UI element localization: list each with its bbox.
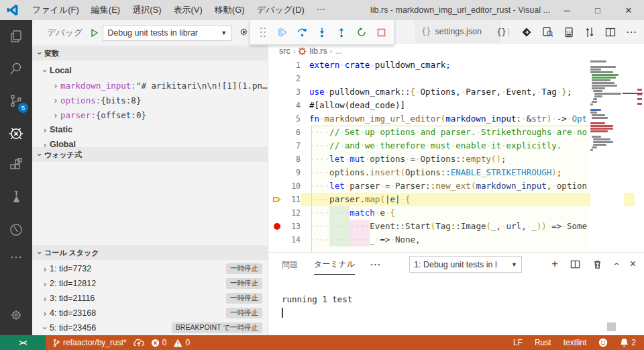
thread-row[interactable]: ›2: tid=12812一時停止 (32, 276, 268, 291)
menu-item[interactable]: 選択(S) (126, 4, 167, 16)
gutter-glyph-margin[interactable] (268, 152, 286, 166)
gutter-glyph-margin[interactable] (268, 58, 286, 72)
gutter-glyph-margin[interactable] (268, 112, 286, 126)
explorer-icon[interactable] (0, 20, 32, 52)
step-over-icon[interactable] (294, 24, 311, 40)
code-line-2[interactable]: 2 (268, 72, 644, 85)
eol-indicator[interactable]: LF (513, 338, 523, 347)
search-icon[interactable] (0, 52, 32, 85)
menu-item[interactable]: ファイル(F) (26, 4, 85, 16)
debug-console-icon[interactable] (521, 27, 532, 38)
search-preview-icon[interactable] (542, 26, 553, 38)
code-line-9[interactable]: 9····options.insert(Options::ENABLE_STRI… (268, 166, 644, 179)
branch-status[interactable]: refaactor/by_rust* (52, 338, 127, 347)
start-debugging-button[interactable] (88, 26, 101, 40)
panel-tabs-overflow[interactable]: ⋯ (370, 258, 382, 271)
feedback-smiley-icon[interactable] (598, 338, 608, 347)
testing-icon[interactable] (0, 181, 32, 214)
split-editor-icon[interactable] (605, 27, 616, 38)
variable-markdown_input[interactable]: ›markdown_input: "# arikitari\n\n![1](1.… (32, 78, 268, 93)
code-line-1[interactable]: 1extern·crate·pulldown_cmark; (268, 58, 644, 72)
code-line-13[interactable]: 13············Event::Start(Tag::Image(_,… (268, 220, 644, 233)
source-control-icon[interactable]: 5 (0, 85, 32, 117)
extensions-icon[interactable] (0, 149, 32, 181)
maximize-button[interactable]: □ (582, 0, 613, 20)
terminal-instance-dropdown[interactable]: 1: Debug unit tests in l ▼ (409, 256, 522, 273)
code-line-3[interactable]: 3use·pulldown_cmark::{·Options,·Parser,·… (268, 85, 644, 99)
new-terminal-icon[interactable]: + (551, 257, 558, 271)
breakpoint-icon[interactable] (274, 223, 280, 230)
stop-icon[interactable] (373, 24, 389, 40)
gutter-glyph-margin[interactable] (268, 99, 286, 112)
tab-problems[interactable]: 問題 (282, 254, 298, 275)
variable-options[interactable]: ›options: {bits:8} (32, 93, 268, 107)
thread-row[interactable]: ›3: tid=21116一時停止 (32, 291, 268, 306)
language-mode[interactable]: Rust (535, 338, 551, 347)
code-line-11[interactable]: 11····parser.map(|e|·{ (268, 193, 644, 206)
remote-indicator[interactable]: >< (0, 335, 46, 350)
manage-gear-icon[interactable] (0, 299, 32, 331)
code-editor[interactable]: 1extern·crate·pulldown_cmark;23use·pulld… (268, 58, 644, 252)
gutter-glyph-margin[interactable] (268, 72, 286, 85)
more-actions-icon[interactable]: ⋯ (626, 26, 637, 38)
gutter-glyph-margin[interactable] (268, 126, 286, 139)
gutter-glyph-margin[interactable] (268, 85, 286, 99)
step-into-icon[interactable] (314, 24, 330, 40)
code-line-12[interactable]: 12········match·e·{ (268, 206, 644, 220)
code-line-10[interactable]: 10····let·parser·=·Parser::new_ext(markd… (268, 179, 644, 193)
close-button[interactable]: ✕ (613, 0, 644, 20)
more-views-icon[interactable] (0, 246, 32, 269)
binary-file-icon[interactable]: 011 (564, 27, 574, 38)
gauge-icon[interactable] (0, 214, 32, 246)
variable-parser[interactable]: ›parser: {offset:0} (32, 107, 268, 122)
launch-config-dropdown[interactable]: Debug unit tests in librar ▼ (103, 25, 231, 41)
code-line-7[interactable]: 7····//·and·we·therefore·must·enable·it·… (268, 139, 644, 152)
close-panel-icon[interactable]: × (630, 258, 636, 270)
thread-row[interactable]: ›1: tid=7732一時停止 (32, 261, 268, 276)
compare-changes-icon[interactable] (584, 27, 595, 38)
restart-icon[interactable] (354, 24, 370, 40)
variables-section-header[interactable]: › 変数 (32, 46, 268, 60)
code-line-5[interactable]: 5fn·markdown_img_url_editor(markdown_inp… (268, 112, 644, 126)
run-and-debug-icon[interactable] (0, 117, 32, 149)
gutter-glyph-margin[interactable] (268, 233, 286, 247)
code-line-6[interactable]: 6····//·Set·up·options·and·parser.·Strik… (268, 126, 644, 139)
menu-item[interactable]: デバッグ(D) (251, 4, 311, 16)
toolbar-drag-grip[interactable] (255, 24, 271, 40)
variables-group-static[interactable]: ›Static (32, 122, 268, 137)
publish-changes-button[interactable] (133, 339, 144, 347)
minimap-slider[interactable] (623, 93, 643, 94)
kill-terminal-trash-icon[interactable] (592, 259, 602, 269)
curly-braces-icon[interactable]: {}| (496, 28, 511, 37)
tab-terminal[interactable]: ターミナル (314, 253, 355, 275)
minimap[interactable] (590, 58, 624, 252)
menu-item[interactable]: 編集(E) (85, 4, 126, 16)
configure-gear-icon[interactable] (238, 26, 250, 40)
tab-settings-json[interactable]: {} settings.json (415, 20, 500, 43)
thread-row[interactable]: ›4: tid=23168一時停止 (32, 306, 268, 320)
code-line-4[interactable]: 4#[allow(dead_code)] (268, 99, 644, 112)
variables-group-local[interactable]: ›Local (32, 63, 268, 78)
code-line-14[interactable]: 14············_·=>·None, (268, 233, 644, 247)
notifications-bell[interactable]: 2 (620, 338, 636, 347)
gutter-glyph-margin[interactable] (268, 206, 286, 220)
menu-item[interactable]: 移動(G) (209, 4, 251, 16)
gutter-glyph-margin[interactable] (268, 139, 286, 152)
panel-scrollbar-corner[interactable] (607, 322, 616, 331)
problems-status[interactable]: 0 0 (151, 338, 190, 347)
maximize-panel-icon[interactable]: › (610, 263, 621, 266)
gutter-glyph-margin[interactable] (268, 193, 286, 206)
watch-section-header[interactable]: › ウォッチ式 (32, 147, 268, 162)
step-out-icon[interactable] (333, 24, 350, 40)
breadcrumb[interactable]: src › lib.rs › ... (268, 44, 644, 58)
callstack-section-header[interactable]: › コール スタック (32, 245, 268, 260)
split-terminal-icon[interactable] (570, 259, 580, 269)
menu-overflow[interactable]: ⋯ (311, 4, 331, 16)
minimize-button[interactable]: ─ (551, 0, 582, 20)
linter-status[interactable]: textlint (564, 338, 587, 347)
continue-icon[interactable] (274, 24, 290, 40)
menu-item[interactable]: 表示(V) (168, 4, 209, 16)
terminal-output[interactable]: running 1 test (282, 294, 352, 304)
thread-row[interactable]: ›5: tid=23456BREAKPOINT で一時停止 (32, 320, 268, 335)
code-line-8[interactable]: 8····let·mut·options·=·Options::empty(); (268, 152, 644, 166)
